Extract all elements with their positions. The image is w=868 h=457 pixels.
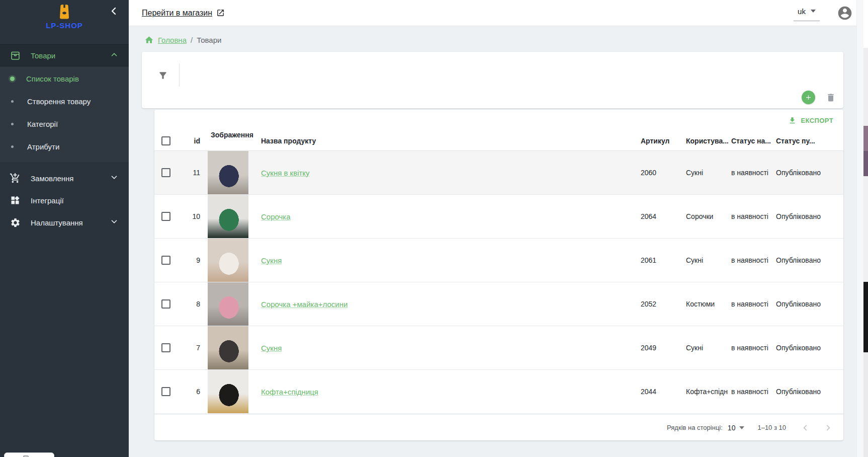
next-page-button[interactable] <box>822 422 834 434</box>
product-sku: 2052 <box>638 300 683 308</box>
row-checkbox[interactable] <box>161 299 170 309</box>
product-stock-status: в наявності <box>728 169 773 177</box>
product-id: 9 <box>183 256 205 264</box>
sidebar-item-integrations[interactable]: Інтеграції <box>0 189 129 211</box>
product-name-link[interactable]: Сукня <box>261 256 282 265</box>
product-publish-status: Опубліковано <box>773 344 843 352</box>
account-menu-button[interactable] <box>837 5 853 21</box>
pagination: Рядків на сторінці: 10 1–10 з 10 <box>154 414 843 440</box>
column-header-id: id <box>183 137 205 145</box>
product-name-link[interactable]: Сорочка <box>261 212 291 221</box>
table-row[interactable]: 6 Кофта+спідниця 2044 Кофта+спідниц в на… <box>154 370 843 414</box>
row-checkbox[interactable] <box>161 168 170 177</box>
product-image <box>208 151 248 194</box>
download-icon <box>788 116 797 125</box>
table-row[interactable]: 9 Сукня 2061 Сукні в наявності Опубліков… <box>154 239 843 282</box>
sidebar-item-product-list[interactable]: Список товарів <box>0 67 129 90</box>
row-checkbox[interactable] <box>161 343 170 352</box>
sidebar-logo-area: LP-SHOP <box>0 0 129 44</box>
product-publish-status: Опубліковано <box>773 256 843 264</box>
rows-per-page: Рядків на сторінці: 10 <box>667 424 744 432</box>
product-publish-status: Опубліковано <box>773 300 843 308</box>
product-image <box>208 239 248 282</box>
products-submenu: Список товарів Створення товару Категорі… <box>0 66 129 162</box>
page-nav <box>799 422 834 434</box>
scrollbar[interactable] <box>856 0 863 457</box>
sidebar-item-orders[interactable]: Замовлення <box>0 167 129 189</box>
column-header-sku: Артикул <box>638 137 683 145</box>
product-id: 11 <box>183 169 205 177</box>
delete-selected-button[interactable] <box>824 91 837 104</box>
column-header-user-category: Користува... <box>683 137 728 145</box>
list-actions <box>802 91 837 104</box>
table-row[interactable]: 11 Сукня в квітку 2060 Сукні в наявності… <box>154 151 843 195</box>
inventory-box-icon <box>10 50 21 61</box>
language-value: uk <box>798 7 806 16</box>
bullet-icon <box>11 123 14 125</box>
row-checkbox[interactable] <box>161 256 170 265</box>
product-name-link[interactable]: Сорочка +майка+лосини <box>261 300 348 309</box>
breadcrumb-home-link[interactable]: Головна <box>158 36 187 44</box>
plus-icon <box>805 94 812 101</box>
account-circle-icon <box>837 5 853 21</box>
row-checkbox[interactable] <box>161 387 170 396</box>
go-to-store-link[interactable]: Перейти в магазин <box>142 9 225 18</box>
rows-per-page-select[interactable]: 10 <box>728 424 745 432</box>
sidebar-subitem-label: Створення товару <box>27 97 91 106</box>
funnel-icon <box>158 70 168 81</box>
bullet-icon <box>11 145 14 148</box>
product-image <box>208 326 248 369</box>
sidebar-subitem-label: Категорії <box>27 120 58 128</box>
product-stock-status: в наявності <box>728 212 773 220</box>
previous-page-button[interactable] <box>799 422 811 434</box>
export-button[interactable]: ЕКСПОРТ <box>784 113 837 128</box>
export-label: ЕКСПОРТ <box>801 117 833 124</box>
external-link-icon <box>216 9 225 17</box>
product-user-category: Сукні <box>683 256 728 264</box>
corner-widget[interactable] <box>4 452 54 457</box>
settings-gear-icon <box>10 217 21 228</box>
trash-icon <box>826 93 836 103</box>
breadcrumb-current: Товари <box>197 36 221 44</box>
product-name-link[interactable]: Кофта+спідниця <box>261 388 318 396</box>
content: Головна / Товари <box>129 26 868 457</box>
product-publish-status: Опубліковано <box>773 169 843 177</box>
filter-button[interactable] <box>154 66 172 85</box>
product-name-link[interactable]: Сукня <box>261 344 282 352</box>
sidebar-item-products[interactable]: Товари <box>0 44 129 66</box>
product-sku: 2049 <box>638 344 683 352</box>
sidebar-item-settings[interactable]: Налаштування <box>0 211 129 234</box>
chevron-down-icon <box>110 217 119 228</box>
column-header-image: Зображення <box>205 131 258 150</box>
active-bullet-icon <box>10 77 15 81</box>
column-header-name: Назва продукту <box>258 137 638 145</box>
product-publish-status: Опубліковано <box>773 212 843 220</box>
create-product-button[interactable] <box>802 91 815 104</box>
product-id: 7 <box>183 344 205 352</box>
product-sku: 2064 <box>638 212 683 220</box>
filter-divider <box>179 63 180 87</box>
row-checkbox[interactable] <box>161 212 170 221</box>
product-name-link[interactable]: Сукня в квітку <box>261 169 310 177</box>
table-row[interactable]: 7 Сукня 2049 Сукні в наявності Опубліков… <box>154 326 843 370</box>
sidebar: LP-SHOP Товари Спи <box>0 0 129 457</box>
sidebar-item-product-create[interactable]: Створення товару <box>0 90 129 113</box>
sidebar-item-label: Замовлення <box>31 174 73 183</box>
admin-app: LP-SHOP Товари Спи <box>0 0 868 457</box>
select-all-checkbox[interactable] <box>161 136 170 145</box>
sidebar-item-attributes[interactable]: Атрибути <box>0 135 129 158</box>
table-header-row: id Зображення Назва продукту Артикул Кор… <box>154 131 843 151</box>
sidebar-nav: Товари Список товарів Створення товару К… <box>0 44 129 234</box>
table-body: 11 Сукня в квітку 2060 Сукні в наявності… <box>154 151 843 414</box>
sidebar-collapse-icon[interactable] <box>108 5 120 17</box>
product-sku: 2044 <box>638 388 683 396</box>
language-select[interactable]: uk <box>794 5 820 21</box>
table-row[interactable]: 10 Сорочка 2064 Сорочки в наявності Опуб… <box>154 195 843 239</box>
table-row[interactable]: 8 Сорочка +майка+лосини 2052 Костюми в н… <box>154 282 843 326</box>
topbar: Перейти в магазин uk <box>129 0 868 26</box>
product-id: 10 <box>183 212 205 220</box>
sidebar-item-categories[interactable]: Категорії <box>0 113 129 135</box>
product-stock-status: в наявності <box>728 300 773 308</box>
product-sku: 2060 <box>638 169 683 177</box>
products-table-card: ЕКСПОРТ id Зображення Назва продукту Арт… <box>154 110 843 440</box>
